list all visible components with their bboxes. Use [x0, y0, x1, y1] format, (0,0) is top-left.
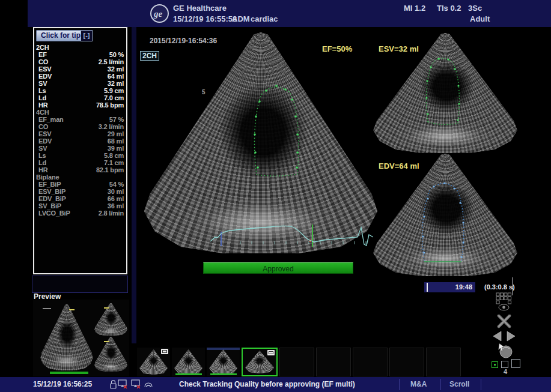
- patient-type-label: Adult: [470, 14, 490, 23]
- esv-annotation: ESV=32 ml: [379, 44, 419, 53]
- mi-value: MI 1.2: [404, 4, 425, 13]
- measurement-value: 2.8 l/min: [99, 210, 124, 217]
- measurement-label: EDV_BiP: [38, 195, 66, 202]
- layout-number: 4: [501, 368, 510, 375]
- preview-esv-mark: [104, 307, 109, 309]
- edv-ultrasound-image[interactable]: [373, 154, 518, 276]
- loop-cursor[interactable]: [427, 283, 428, 292]
- measurement-label: SV: [38, 145, 47, 152]
- cine-clip-icon: [267, 350, 275, 355]
- statusbar-separator: [440, 379, 441, 390]
- measurement-label: Ls: [38, 87, 46, 94]
- clipboard-thumbnail[interactable]: [242, 348, 278, 376]
- header-bar: ge GE Healthcare 15/12/19 16:55:58 ADM c…: [0, 0, 551, 27]
- clipboard-thumbnail[interactable]: [207, 348, 240, 376]
- preview-esv-sector: [94, 303, 127, 336]
- sidebar-divider: [132, 27, 136, 343]
- measurement-label: CO: [38, 58, 48, 65]
- view-label-badge: 2CH: [140, 51, 159, 61]
- measurement-label: ESV: [38, 130, 51, 137]
- acquisition-timestamp: 2015/12/19-16:54:36: [150, 37, 217, 45]
- measurement-row: Ld7.1 cm: [34, 159, 126, 166]
- measurement-value: 78.5 bpm: [96, 101, 124, 109]
- tip-button[interactable]: Click for tip: [36, 30, 85, 41]
- measurement-label: LVCO_BiP: [38, 210, 70, 217]
- measurement-row: Ls5.8 cm: [34, 152, 126, 159]
- preview-edv-sector: [94, 337, 127, 372]
- main-ultrasound-image[interactable]: [143, 32, 379, 253]
- clipboard-empty-slot[interactable]: [426, 348, 461, 376]
- lock-icon: [111, 384, 116, 388]
- clipboard-empty-slot[interactable]: [353, 348, 388, 376]
- measurement-row: ESV32 ml: [34, 65, 126, 73]
- cine-clip-icon: [161, 349, 168, 354]
- measurement-label: SV: [38, 80, 47, 87]
- preview-approved-bar: [50, 372, 88, 374]
- thumbnail-image: [209, 349, 237, 375]
- measurement-label: SV_BiP: [38, 202, 61, 210]
- clipboard-thumbnail[interactable]: [172, 348, 205, 376]
- measurement-value: 30 ml: [108, 188, 124, 195]
- preview-thumbnail[interactable]: [33, 300, 129, 376]
- measurement-panel: Click for tip [-] 2CHEF50 %CO2.5 l/minES…: [33, 27, 127, 274]
- header-corner: [0, 0, 28, 27]
- statusbar-separator: [481, 379, 481, 390]
- measurement-label: HR: [38, 166, 48, 173]
- clipboard-empty-slot[interactable]: [316, 348, 351, 376]
- measurement-row: EDV64 ml: [34, 73, 126, 80]
- thumbnail-progress-bar: [210, 373, 237, 375]
- ma-softkey[interactable]: M&A: [410, 380, 427, 388]
- measurement-value: 68 ml: [108, 137, 124, 145]
- measurement-value: 3.2 l/min: [99, 123, 124, 130]
- measurement-row: HR78.5 bpm: [34, 101, 126, 109]
- status-bar: 15/12/19 16:56:25 Check Tracking Quality…: [0, 377, 551, 392]
- measurement-label: EF_man: [38, 116, 64, 123]
- delete-icon[interactable]: [497, 315, 511, 328]
- approved-button[interactable]: Approved: [203, 262, 353, 274]
- status-datetime: 15/12/19 16:56:25: [33, 380, 92, 388]
- depth-marker: 5: [202, 89, 205, 95]
- brand-label: GE Healthcare: [173, 4, 227, 13]
- measurement-value: 57 %: [109, 116, 124, 123]
- measurement-row: EF_man57 %: [34, 116, 126, 123]
- layout-large[interactable]: [511, 359, 520, 368]
- tis-value: TIs 0.2: [437, 4, 461, 13]
- measurement-row: ESV29 ml: [34, 130, 126, 137]
- cine-loop-bar[interactable]: 19:48: [424, 282, 475, 292]
- measurement-value: 5.8 cm: [104, 152, 124, 159]
- measurement-label: CO: [38, 123, 48, 130]
- preset-label: cardiac: [251, 14, 278, 23]
- measurement-keyboard-icon[interactable]: [496, 292, 512, 312]
- clipboard-empty-slot[interactable]: [389, 348, 424, 376]
- prev-next-arrows-icon[interactable]: [492, 331, 516, 342]
- clipboard-thumbnail[interactable]: [137, 348, 170, 376]
- measurement-label: EDV: [38, 137, 52, 145]
- thumbnail-topline: [207, 348, 240, 350]
- clipboard-empty-slot[interactable]: [279, 348, 314, 376]
- measurement-row: Ld7.0 cm: [34, 94, 126, 101]
- measurement-row: SV_BiP36 ml: [34, 202, 126, 210]
- measurement-label: ESV_BiP: [38, 188, 65, 195]
- measurement-section-title: Biplane: [34, 173, 126, 181]
- loop-time: 19:48: [455, 283, 472, 291]
- collapse-button[interactable]: [-]: [81, 30, 93, 41]
- measurement-value: 29 ml: [108, 130, 124, 137]
- layout-medium[interactable]: [501, 361, 508, 368]
- layout-small-active[interactable]: [492, 361, 498, 368]
- scroll-softkey[interactable]: Scroll: [449, 380, 469, 388]
- ultrasound-screen: ge GE Healthcare 15/12/19 16:55:58 ADM c…: [0, 0, 551, 392]
- measurement-label: EDV: [38, 73, 52, 80]
- measurement-value: 64 ml: [108, 73, 124, 80]
- measurement-value: 32 ml: [108, 80, 124, 87]
- measurement-value: 82.1 bpm: [96, 166, 124, 173]
- measurement-value: 7.0 cm: [104, 94, 124, 101]
- ge-logo-icon: ge: [150, 4, 169, 23]
- measurement-label: Ld: [38, 159, 46, 166]
- measurement-row: LVCO_BiP2.8 l/min: [34, 210, 126, 217]
- measurement-section-title: 2CH: [34, 44, 126, 51]
- dicom-error-icon: [137, 385, 140, 388]
- trackball-hand-icon[interactable]: [496, 342, 514, 360]
- measurement-row: SV39 ml: [34, 145, 126, 152]
- measurement-row: SV32 ml: [34, 80, 126, 87]
- thumbnail-progress-bar: [175, 373, 202, 375]
